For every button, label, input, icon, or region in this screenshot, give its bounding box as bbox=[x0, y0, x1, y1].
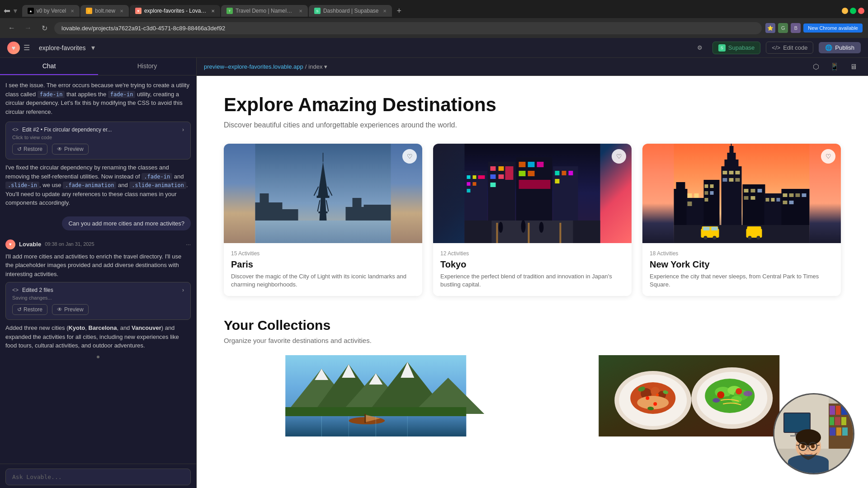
svg-rect-96 bbox=[703, 227, 710, 230]
heart-button-tokyo[interactable]: ♡ bbox=[612, 149, 626, 164]
restore-button-1[interactable]: ↺ Restore bbox=[12, 144, 47, 155]
svg-rect-44 bbox=[569, 171, 573, 175]
svg-point-98 bbox=[704, 236, 708, 239]
tab-bolt[interactable]: ⚡ bolt.new ✕ bbox=[80, 5, 129, 17]
extension-icon-1[interactable]: ⭐ bbox=[765, 23, 775, 33]
svg-rect-69 bbox=[730, 146, 734, 153]
lovable-text: I'll add more cities and activities to e… bbox=[5, 253, 181, 277]
paris-activities: 15 Activities bbox=[231, 250, 415, 257]
svg-rect-159 bbox=[842, 427, 848, 436]
tab-close-supabase[interactable]: ✕ bbox=[383, 9, 387, 14]
new-tab-button[interactable]: + bbox=[393, 6, 405, 16]
edit-code-label: Edit code bbox=[783, 44, 807, 51]
tab-favicon-lovable: ♥ bbox=[135, 8, 142, 14]
nyc-description: Experience the city that never sleeps, f… bbox=[650, 272, 834, 289]
sidebar-toggle[interactable]: ☰ bbox=[24, 43, 30, 52]
tab-close-lovable[interactable]: ✕ bbox=[211, 9, 215, 14]
tab-lovable[interactable]: ♥ explore-favorites - Lovable ✕ bbox=[130, 5, 220, 17]
publish-button[interactable]: 🌐 Publish bbox=[819, 42, 861, 53]
supabase-button[interactable]: S Supabase bbox=[712, 42, 761, 54]
edit-card-2[interactable]: <> Edited 2 files › Saving changes... ↺ … bbox=[5, 282, 191, 320]
svg-point-146 bbox=[736, 388, 742, 394]
dropdown-icon[interactable]: ▾ bbox=[324, 63, 327, 70]
url-link[interactable]: preview--explore-favorites.lovable.app bbox=[204, 63, 303, 70]
chat-messages: I see the issue. The error occurs becaus… bbox=[0, 75, 196, 464]
svg-point-103 bbox=[757, 236, 760, 239]
tab-close-travel[interactable]: ✕ bbox=[299, 9, 302, 14]
chat-input[interactable] bbox=[5, 469, 191, 485]
edit-card-2-actions: ↺ Restore 👁 Preview bbox=[12, 304, 184, 315]
heart-button-paris[interactable]: ♡ bbox=[402, 149, 417, 164]
chat-tab[interactable]: Chat bbox=[0, 58, 98, 75]
forward-button[interactable]: → bbox=[22, 22, 34, 34]
refresh-button[interactable]: ↻ bbox=[38, 22, 51, 34]
heart-button-nyc[interactable]: ♡ bbox=[821, 149, 835, 164]
svg-rect-101 bbox=[747, 226, 761, 231]
tab-close-vercel[interactable]: ✕ bbox=[71, 9, 74, 14]
edit-card-1-sub: Click to view code bbox=[12, 135, 184, 140]
svg-rect-86 bbox=[777, 198, 780, 202]
svg-rect-92 bbox=[783, 201, 788, 204]
preview-button-2[interactable]: 👁 Preview bbox=[52, 304, 89, 315]
tab-label-supabase: Dashboard | Supabase bbox=[323, 8, 379, 14]
external-link-button[interactable]: ⬡ bbox=[809, 61, 823, 73]
svg-rect-33 bbox=[505, 166, 514, 180]
minimize-button[interactable] bbox=[842, 8, 848, 14]
city-card-paris[interactable]: ♡ 15 Activities Paris Discover the magic… bbox=[224, 144, 422, 296]
maximize-button[interactable] bbox=[850, 8, 856, 14]
extension-icon-3[interactable]: B bbox=[791, 23, 801, 33]
collection-card-1[interactable] bbox=[224, 355, 528, 436]
svg-rect-156 bbox=[841, 417, 846, 425]
edit-card-2-title: Edited 2 files bbox=[22, 287, 53, 293]
svg-rect-36 bbox=[528, 162, 535, 167]
edit-card-2-sub: Saving changes... bbox=[12, 295, 184, 300]
desktop-view-button[interactable]: 🖥 bbox=[846, 61, 861, 73]
video-overlay bbox=[773, 393, 854, 474]
page-subtitle: Discover beautiful cities and unforgetta… bbox=[224, 121, 841, 129]
history-tab[interactable]: History bbox=[98, 58, 196, 75]
edit-code-button[interactable]: </> Edit code bbox=[766, 42, 813, 54]
svg-rect-57 bbox=[688, 193, 692, 198]
restore-button-2[interactable]: ↺ Restore bbox=[12, 304, 47, 315]
settings-button[interactable]: ⚙ bbox=[693, 41, 707, 55]
message-2: I've fixed the circular dependency by re… bbox=[5, 163, 191, 207]
paris-name: Paris bbox=[231, 259, 415, 270]
svg-rect-10 bbox=[317, 196, 330, 198]
edit-card-1[interactable]: <> Edit #2 • Fix circular dependency er.… bbox=[5, 122, 191, 160]
message-menu-icon[interactable]: ··· bbox=[186, 240, 191, 249]
address-bar[interactable] bbox=[54, 22, 762, 34]
back-button[interactable]: ← bbox=[5, 22, 18, 34]
expand-icon[interactable]: › bbox=[182, 127, 184, 133]
svg-rect-81 bbox=[744, 196, 749, 200]
tab-supabase[interactable]: S Dashboard | Supabase ✕ bbox=[309, 5, 392, 17]
tokyo-card-body: 12 Activities Tokyo Experience the perfe… bbox=[433, 243, 632, 296]
mobile-view-button[interactable]: 📱 bbox=[826, 61, 843, 73]
tab-close-bolt[interactable]: ✕ bbox=[120, 9, 123, 14]
tab-travel[interactable]: T Travel Demo | NameIsBrendan... ✕ bbox=[221, 5, 308, 17]
svg-rect-40 bbox=[519, 180, 551, 189]
city-card-tokyo[interactable]: ♡ 12 Activities Tokyo Experience the per… bbox=[433, 144, 632, 296]
preview-area: Explore Amazing Destinations Discover be… bbox=[197, 76, 868, 488]
dropdown-arrow-icon[interactable]: ▾ bbox=[91, 43, 95, 52]
extension-icon-2[interactable]: G bbox=[778, 23, 788, 33]
svg-rect-37 bbox=[537, 162, 544, 167]
svg-rect-30 bbox=[491, 183, 496, 187]
user-bubble: Can you add more cities and more activit… bbox=[62, 216, 191, 230]
tab-vercel[interactable]: ▲ v0 by Vercel ✕ bbox=[22, 5, 80, 17]
svg-rect-71 bbox=[723, 171, 727, 174]
svg-rect-31 bbox=[499, 166, 504, 171]
expand-icon-2[interactable]: › bbox=[182, 287, 184, 293]
restore-icon-1: ↺ bbox=[17, 146, 22, 152]
close-window-button[interactable] bbox=[858, 8, 864, 14]
preview-button-1[interactable]: 👁 Preview bbox=[52, 144, 89, 155]
tokyo-image: ♡ bbox=[433, 144, 632, 243]
edit-card-1-actions: ↺ Restore 👁 Preview bbox=[12, 144, 184, 155]
svg-rect-151 bbox=[830, 406, 835, 415]
external-link-icon: ⬡ bbox=[813, 63, 819, 70]
code-fade-anim: .fade-animation bbox=[63, 182, 116, 189]
svg-rect-82 bbox=[751, 196, 755, 200]
restore-label-2: Restore bbox=[24, 306, 42, 313]
svg-rect-61 bbox=[705, 184, 708, 188]
svg-rect-48 bbox=[560, 223, 561, 243]
city-card-nyc[interactable]: ♡ 18 Activities New York City Experience… bbox=[642, 144, 841, 296]
